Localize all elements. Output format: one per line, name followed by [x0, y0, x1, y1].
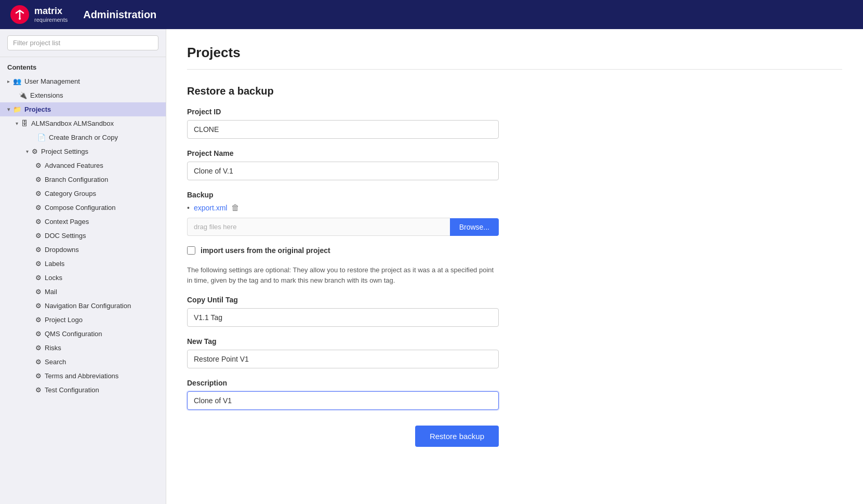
- sidebar-item-terms-abbreviations[interactable]: ⚙ Terms and Abbreviations: [0, 369, 166, 383]
- sidebar-item-label: Project Settings: [41, 148, 88, 155]
- delete-file-icon[interactable]: 🗑: [231, 203, 240, 213]
- sidebar-item-projects[interactable]: ▾ 📁 Projects: [0, 102, 166, 116]
- project-id-label: Project ID: [187, 108, 842, 116]
- gear-icon: ⚙: [35, 260, 42, 268]
- new-tag-group: New Tag: [187, 337, 842, 368]
- copy-until-tag-input[interactable]: [187, 308, 499, 327]
- sidebar-item-project-logo[interactable]: ⚙ Project Logo: [0, 313, 166, 327]
- sidebar-item-project-settings[interactable]: ▾ ⚙ Project Settings: [0, 144, 166, 158]
- sidebar-item-doc-settings[interactable]: ⚙ DOC Settings: [0, 229, 166, 243]
- gear-icon: ⚙: [35, 190, 42, 197]
- contents-label: Contents: [0, 57, 166, 74]
- sidebar-item-label: Project Logo: [45, 316, 83, 324]
- gear-icon: ⚙: [35, 372, 42, 380]
- header-title: Administration: [83, 9, 156, 21]
- projects-icon: 📁: [13, 105, 21, 113]
- chevron-down-icon: ▾: [26, 149, 29, 154]
- restore-backup-button[interactable]: Restore backup: [415, 426, 499, 447]
- sidebar-item-label: Advanced Features: [45, 162, 103, 169]
- file-upload-row: drag files here Browse...: [187, 218, 499, 236]
- sidebar-item-category-groups[interactable]: ⚙ Category Groups: [0, 187, 166, 201]
- sidebar-item-create-branch[interactable]: 📄 Create Branch or Copy: [0, 130, 166, 144]
- svg-point-0: [19, 18, 21, 20]
- sidebar-item-compose-configuration[interactable]: ⚙ Compose Configuration: [0, 201, 166, 215]
- import-users-label: import users from the original project: [201, 246, 330, 255]
- sidebar-item-label: DOC Settings: [45, 232, 86, 240]
- sidebar-item-label: Navigation Bar Configuration: [45, 302, 131, 310]
- sidebar: Contents ▸ 👥 User Management 🔌 Extension…: [0, 29, 166, 504]
- sidebar-item-label: Extensions: [30, 91, 63, 99]
- sidebar-item-label: Terms and Abbreviations: [45, 372, 118, 380]
- sidebar-item-extensions[interactable]: 🔌 Extensions: [0, 88, 166, 102]
- sidebar-item-dropdowns[interactable]: ⚙ Dropdowns: [0, 243, 166, 257]
- sidebar-item-label: Compose Configuration: [45, 204, 116, 211]
- drag-drop-area[interactable]: drag files here: [187, 218, 450, 236]
- project-id-group: Project ID: [187, 108, 842, 139]
- backup-file-row: • export.xml 🗑: [187, 203, 842, 213]
- sidebar-item-label: Projects: [24, 105, 51, 113]
- sidebar-search-area: [0, 29, 166, 57]
- chevron-down-icon: ▾: [7, 107, 10, 112]
- chevron-down-icon: ▾: [16, 121, 18, 126]
- logo-area: matrix requirements: [10, 5, 68, 24]
- logo-icon: [10, 5, 29, 24]
- new-tag-label: New Tag: [187, 337, 842, 346]
- sidebar-item-label: Test Configuration: [45, 386, 99, 394]
- sidebar-item-mail[interactable]: ⚙ Mail: [0, 285, 166, 299]
- gear-icon: ⚙: [35, 330, 42, 338]
- sidebar-item-almsandbox[interactable]: ▾ 🗄 ALMSandbox ALMSandbox: [0, 116, 166, 130]
- import-users-checkbox[interactable]: [187, 246, 195, 255]
- db-icon: 🗄: [21, 120, 28, 127]
- gear-icon: ⚙: [35, 162, 42, 169]
- app-header: matrix requirements Administration: [0, 0, 863, 29]
- gear-icon: ⚙: [35, 246, 42, 254]
- gear-icon: ⚙: [35, 386, 42, 394]
- sidebar-item-risks[interactable]: ⚙ Risks: [0, 341, 166, 355]
- app-body: Contents ▸ 👥 User Management 🔌 Extension…: [0, 29, 863, 504]
- sidebar-item-label: Dropdowns: [45, 246, 79, 254]
- gear-icon: ⚙: [35, 218, 42, 226]
- copy-until-tag-label: Copy Until Tag: [187, 296, 842, 304]
- sidebar-item-qms-configuration[interactable]: ⚙ QMS Configuration: [0, 327, 166, 341]
- search-input[interactable]: [7, 35, 158, 50]
- project-name-input[interactable]: [187, 162, 499, 180]
- backup-file-link[interactable]: export.xml: [194, 204, 228, 212]
- sidebar-item-locks[interactable]: ⚙ Locks: [0, 271, 166, 285]
- new-tag-input[interactable]: [187, 350, 499, 368]
- project-name-group: Project Name: [187, 149, 842, 180]
- users-icon: 👥: [13, 77, 21, 85]
- main-content: Projects Restore a backup Project ID Pro…: [166, 29, 863, 504]
- sidebar-item-advanced-features[interactable]: ⚙ Advanced Features: [0, 158, 166, 173]
- brand-sub: requirements: [34, 17, 68, 23]
- brand-name: matrix: [34, 6, 68, 17]
- page-title: Projects: [187, 45, 842, 70]
- sidebar-item-branch-configuration[interactable]: ⚙ Branch Configuration: [0, 173, 166, 187]
- extensions-icon: 🔌: [19, 91, 27, 99]
- browse-button[interactable]: Browse...: [450, 218, 499, 236]
- sidebar-item-test-configuration[interactable]: ⚙ Test Configuration: [0, 383, 166, 397]
- sidebar-item-label: Category Groups: [45, 190, 96, 197]
- settings-icon: ⚙: [32, 148, 38, 155]
- sidebar-item-search[interactable]: ⚙ Search: [0, 355, 166, 369]
- sidebar-item-label: Risks: [45, 344, 61, 352]
- sidebar-item-label: Context Pages: [45, 218, 89, 226]
- sidebar-item-user-management[interactable]: ▸ 👥 User Management: [0, 74, 166, 88]
- sidebar-item-label: Locks: [45, 274, 62, 282]
- optional-note: The following settings are optional: The…: [187, 265, 499, 285]
- gear-icon: ⚙: [35, 176, 42, 183]
- project-id-input[interactable]: [187, 120, 499, 139]
- description-group: Description: [187, 379, 842, 410]
- backup-group: Backup • export.xml 🗑 drag files here Br…: [187, 191, 842, 236]
- bullet-icon: •: [187, 204, 190, 212]
- gear-icon: ⚙: [35, 288, 42, 296]
- description-input[interactable]: [187, 391, 499, 410]
- sidebar-item-nav-bar-config[interactable]: ⚙ Navigation Bar Configuration: [0, 299, 166, 313]
- sidebar-item-label: Create Branch or Copy: [49, 134, 118, 141]
- copy-until-tag-group: Copy Until Tag: [187, 296, 842, 327]
- import-users-row: import users from the original project: [187, 246, 842, 255]
- sidebar-item-context-pages[interactable]: ⚙ Context Pages: [0, 215, 166, 229]
- restore-button-area: Restore backup: [187, 420, 499, 447]
- logo-text: matrix requirements: [34, 6, 68, 23]
- gear-icon: ⚙: [35, 344, 42, 352]
- sidebar-item-labels[interactable]: ⚙ Labels: [0, 257, 166, 271]
